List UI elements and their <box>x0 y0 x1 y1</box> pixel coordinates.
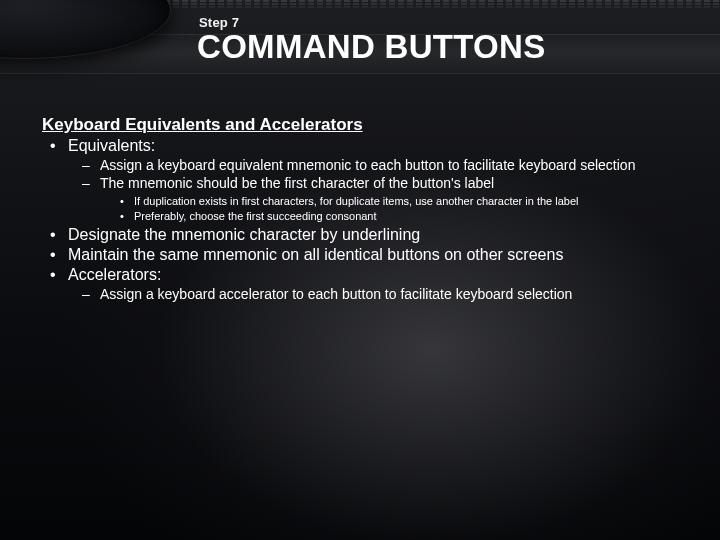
list-item-text: The mnemonic should be the first charact… <box>100 175 494 191</box>
list-item: Assign a keyboard accelerator to each bu… <box>80 286 682 303</box>
bullet-list: Equivalents: Assign a keyboard equivalen… <box>42 137 682 303</box>
slide: Step 7 COMMAND BUTTONS Keyboard Equivale… <box>0 0 720 540</box>
list-item-text: If duplication exists in first character… <box>134 195 579 207</box>
section-heading: Keyboard Equivalents and Accelerators <box>42 115 682 135</box>
list-item-text: Equivalents: <box>68 137 155 154</box>
list-item: Accelerators: Assign a keyboard accelera… <box>48 266 682 303</box>
list-item-text: Accelerators: <box>68 266 161 283</box>
list-item: If duplication exists in first character… <box>120 194 682 208</box>
list-item: Maintain the same mnemonic on all identi… <box>48 246 682 264</box>
list-item-text: Designate the mnemonic character by unde… <box>68 226 420 243</box>
list-item-text: Preferably, choose the first succeeding … <box>134 210 377 222</box>
list-item: Designate the mnemonic character by unde… <box>48 226 682 244</box>
list-item: Assign a keyboard equivalent mnemonic to… <box>80 157 682 174</box>
slide-title: COMMAND BUTTONS <box>197 28 546 66</box>
list-item-text: Assign a keyboard equivalent mnemonic to… <box>100 157 635 173</box>
list-item: The mnemonic should be the first charact… <box>80 175 682 224</box>
list-item: Preferably, choose the first succeeding … <box>120 209 682 223</box>
sub-list: Assign a keyboard equivalent mnemonic to… <box>68 157 682 224</box>
list-item-text: Maintain the same mnemonic on all identi… <box>68 246 563 263</box>
content-area: Keyboard Equivalents and Accelerators Eq… <box>42 115 682 305</box>
sub-sub-list: If duplication exists in first character… <box>100 194 682 224</box>
list-item: Equivalents: Assign a keyboard equivalen… <box>48 137 682 224</box>
sub-list: Assign a keyboard accelerator to each bu… <box>68 286 682 303</box>
list-item-text: Assign a keyboard accelerator to each bu… <box>100 286 572 302</box>
